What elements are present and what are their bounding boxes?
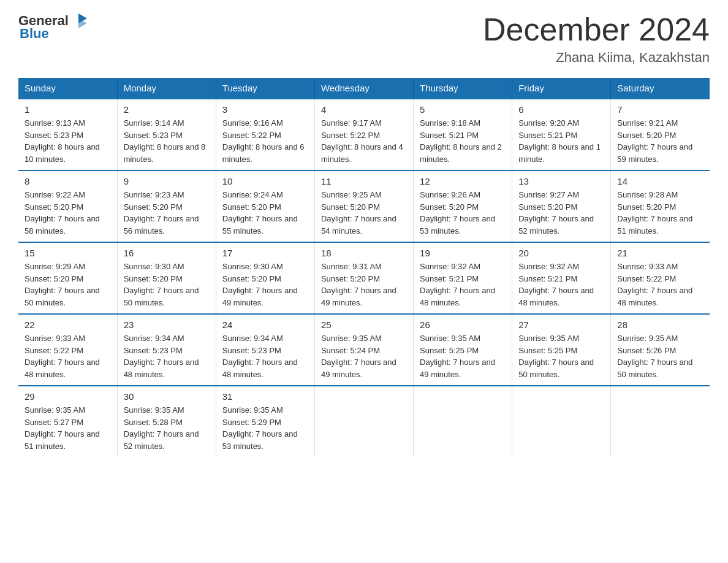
day-info: Sunrise: 9:22 AMSunset: 5:20 PMDaylight:… (25, 190, 100, 236)
calendar-cell: 25 Sunrise: 9:35 AMSunset: 5:24 PMDaylig… (314, 314, 413, 386)
day-info: Sunrise: 9:17 AMSunset: 5:22 PMDaylight:… (321, 118, 403, 164)
day-number: 18 (321, 248, 407, 258)
calendar-cell: 31 Sunrise: 9:35 AMSunset: 5:29 PMDaylig… (216, 386, 314, 457)
day-info: Sunrise: 9:33 AMSunset: 5:22 PMDaylight:… (25, 334, 100, 379)
day-info: Sunrise: 9:14 AMSunset: 5:23 PMDaylight:… (124, 118, 206, 164)
day-info: Sunrise: 9:18 AMSunset: 5:21 PMDaylight:… (420, 118, 502, 164)
calendar-cell: 10 Sunrise: 9:24 AMSunset: 5:20 PMDaylig… (216, 170, 314, 242)
calendar-cell: 24 Sunrise: 9:34 AMSunset: 5:23 PMDaylig… (216, 314, 314, 386)
day-number: 30 (124, 391, 210, 402)
day-info: Sunrise: 9:34 AMSunset: 5:23 PMDaylight:… (124, 334, 199, 379)
page-header: General Blue December 2024 Zhana Kiima, … (18, 12, 710, 66)
day-info: Sunrise: 9:20 AMSunset: 5:21 PMDaylight:… (518, 118, 601, 164)
calendar-cell (611, 386, 710, 457)
calendar-cell: 4 Sunrise: 9:17 AMSunset: 5:22 PMDayligh… (314, 99, 413, 170)
day-info: Sunrise: 9:16 AMSunset: 5:22 PMDaylight:… (222, 118, 305, 164)
weekday-header-thursday: Thursday (414, 78, 512, 99)
day-number: 6 (518, 104, 604, 115)
calendar-cell: 18 Sunrise: 9:31 AMSunset: 5:20 PMDaylig… (314, 242, 413, 314)
calendar-cell: 16 Sunrise: 9:30 AMSunset: 5:20 PMDaylig… (117, 242, 216, 314)
day-number: 25 (321, 320, 407, 330)
calendar-week-row: 8 Sunrise: 9:22 AMSunset: 5:20 PMDayligh… (18, 170, 710, 242)
location-subtitle: Zhana Kiima, Kazakhstan (483, 50, 710, 66)
day-info: Sunrise: 9:35 AMSunset: 5:27 PMDaylight:… (25, 405, 100, 451)
day-number: 4 (321, 104, 407, 115)
calendar-cell: 29 Sunrise: 9:35 AMSunset: 5:27 PMDaylig… (18, 386, 117, 457)
day-info: Sunrise: 9:23 AMSunset: 5:20 PMDaylight:… (124, 190, 199, 236)
day-number: 16 (124, 248, 210, 258)
calendar-cell: 1 Sunrise: 9:13 AMSunset: 5:23 PMDayligh… (18, 99, 117, 170)
calendar-cell: 5 Sunrise: 9:18 AMSunset: 5:21 PMDayligh… (414, 99, 512, 170)
day-number: 11 (321, 176, 407, 186)
weekday-header-tuesday: Tuesday (216, 78, 314, 99)
day-info: Sunrise: 9:30 AMSunset: 5:20 PMDaylight:… (124, 262, 199, 307)
calendar-cell (512, 386, 611, 457)
day-info: Sunrise: 9:35 AMSunset: 5:29 PMDaylight:… (222, 405, 298, 451)
calendar-table: SundayMondayTuesdayWednesdayThursdayFrid… (18, 78, 710, 457)
calendar-cell: 30 Sunrise: 9:35 AMSunset: 5:28 PMDaylig… (117, 386, 216, 457)
day-number: 2 (124, 104, 210, 115)
calendar-week-row: 1 Sunrise: 9:13 AMSunset: 5:23 PMDayligh… (18, 99, 710, 170)
calendar-cell: 14 Sunrise: 9:28 AMSunset: 5:20 PMDaylig… (611, 170, 710, 242)
logo-flag-icon (70, 12, 87, 29)
logo: General Blue (18, 12, 87, 42)
calendar-cell: 2 Sunrise: 9:14 AMSunset: 5:23 PMDayligh… (117, 99, 216, 170)
day-number: 7 (617, 104, 703, 115)
calendar-cell: 12 Sunrise: 9:26 AMSunset: 5:20 PMDaylig… (414, 170, 512, 242)
calendar-cell: 11 Sunrise: 9:25 AMSunset: 5:20 PMDaylig… (314, 170, 413, 242)
day-number: 3 (222, 104, 308, 115)
calendar-cell (314, 386, 413, 457)
title-block: December 2024 Zhana Kiima, Kazakhstan (483, 12, 710, 66)
day-number: 28 (617, 320, 703, 330)
day-info: Sunrise: 9:35 AMSunset: 5:26 PMDaylight:… (617, 334, 692, 379)
weekday-header-monday: Monday (117, 78, 216, 99)
day-info: Sunrise: 9:13 AMSunset: 5:23 PMDaylight:… (25, 118, 100, 164)
day-info: Sunrise: 9:27 AMSunset: 5:20 PMDaylight:… (518, 190, 594, 236)
day-info: Sunrise: 9:24 AMSunset: 5:20 PMDaylight:… (222, 190, 298, 236)
day-info: Sunrise: 9:26 AMSunset: 5:20 PMDaylight:… (420, 190, 495, 236)
day-number: 13 (518, 176, 604, 186)
calendar-cell: 21 Sunrise: 9:33 AMSunset: 5:22 PMDaylig… (611, 242, 710, 314)
calendar-week-row: 22 Sunrise: 9:33 AMSunset: 5:22 PMDaylig… (18, 314, 710, 386)
day-number: 8 (25, 176, 111, 186)
day-info: Sunrise: 9:21 AMSunset: 5:20 PMDaylight:… (617, 118, 692, 164)
day-number: 24 (222, 320, 308, 330)
day-info: Sunrise: 9:29 AMSunset: 5:20 PMDaylight:… (25, 262, 100, 307)
day-info: Sunrise: 9:35 AMSunset: 5:25 PMDaylight:… (420, 334, 495, 379)
weekday-header-row: SundayMondayTuesdayWednesdayThursdayFrid… (18, 78, 710, 99)
day-number: 17 (222, 248, 308, 258)
day-info: Sunrise: 9:25 AMSunset: 5:20 PMDaylight:… (321, 190, 396, 236)
day-number: 31 (222, 391, 308, 402)
day-info: Sunrise: 9:35 AMSunset: 5:25 PMDaylight:… (518, 334, 594, 379)
calendar-cell: 8 Sunrise: 9:22 AMSunset: 5:20 PMDayligh… (18, 170, 117, 242)
day-number: 14 (617, 176, 703, 186)
day-info: Sunrise: 9:30 AMSunset: 5:20 PMDaylight:… (222, 262, 298, 307)
day-number: 20 (518, 248, 604, 258)
calendar-cell: 27 Sunrise: 9:35 AMSunset: 5:25 PMDaylig… (512, 314, 611, 386)
weekday-header-friday: Friday (512, 78, 611, 99)
day-number: 15 (25, 248, 111, 258)
day-info: Sunrise: 9:33 AMSunset: 5:22 PMDaylight:… (617, 262, 692, 307)
day-info: Sunrise: 9:32 AMSunset: 5:21 PMDaylight:… (518, 262, 594, 307)
day-info: Sunrise: 9:35 AMSunset: 5:24 PMDaylight:… (321, 334, 396, 379)
month-year-title: December 2024 (483, 12, 710, 47)
logo-blue-text: Blue (20, 26, 49, 42)
day-number: 19 (420, 248, 506, 258)
calendar-cell: 20 Sunrise: 9:32 AMSunset: 5:21 PMDaylig… (512, 242, 611, 314)
calendar-cell: 9 Sunrise: 9:23 AMSunset: 5:20 PMDayligh… (117, 170, 216, 242)
weekday-header-wednesday: Wednesday (314, 78, 413, 99)
day-info: Sunrise: 9:32 AMSunset: 5:21 PMDaylight:… (420, 262, 495, 307)
day-number: 1 (25, 104, 111, 115)
calendar-week-row: 29 Sunrise: 9:35 AMSunset: 5:27 PMDaylig… (18, 386, 710, 457)
day-number: 26 (420, 320, 506, 330)
day-number: 27 (518, 320, 604, 330)
calendar-cell (414, 386, 512, 457)
calendar-cell: 28 Sunrise: 9:35 AMSunset: 5:26 PMDaylig… (611, 314, 710, 386)
calendar-week-row: 15 Sunrise: 9:29 AMSunset: 5:20 PMDaylig… (18, 242, 710, 314)
calendar-cell: 19 Sunrise: 9:32 AMSunset: 5:21 PMDaylig… (414, 242, 512, 314)
calendar-cell: 23 Sunrise: 9:34 AMSunset: 5:23 PMDaylig… (117, 314, 216, 386)
weekday-header-sunday: Sunday (18, 78, 117, 99)
calendar-cell: 17 Sunrise: 9:30 AMSunset: 5:20 PMDaylig… (216, 242, 314, 314)
day-info: Sunrise: 9:28 AMSunset: 5:20 PMDaylight:… (617, 190, 692, 236)
calendar-cell: 3 Sunrise: 9:16 AMSunset: 5:22 PMDayligh… (216, 99, 314, 170)
